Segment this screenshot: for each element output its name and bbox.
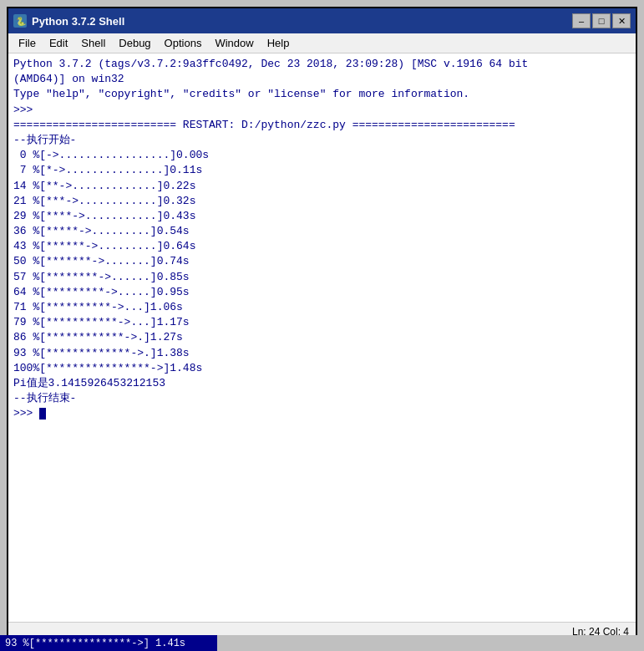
output-line: Pi值是3.1415926453212153 bbox=[13, 376, 631, 391]
output-lines: --执行开始- 0 %[->.................]0.00s 7 … bbox=[13, 133, 631, 422]
menu-options[interactable]: Options bbox=[158, 35, 209, 51]
main-window: 🐍 Python 3.7.2 Shell – □ ✕ File Edit She… bbox=[7, 7, 637, 642]
bottom-strip-content: 93 %[****************->] 1.41s bbox=[0, 635, 217, 651]
menu-file[interactable]: File bbox=[12, 35, 43, 51]
menu-window[interactable]: Window bbox=[208, 35, 260, 51]
output-line: 43 %[******->.........]0.64s bbox=[13, 239, 631, 254]
output-line: 29 %[****->...........]0.43s bbox=[13, 209, 631, 224]
title-bar: 🐍 Python 3.7.2 Shell – □ ✕ bbox=[8, 8, 636, 33]
menu-help[interactable]: Help bbox=[261, 35, 297, 51]
output-line: 57 %[********->......]0.85s bbox=[13, 270, 631, 285]
cursor bbox=[39, 408, 46, 420]
output-line: 50 %[*******->.......]0.74s bbox=[13, 254, 631, 269]
output-line: 36 %[*****->.........]0.54s bbox=[13, 224, 631, 239]
menu-bar: File Edit Shell Debug Options Window Hel… bbox=[8, 33, 636, 53]
restart-line: ========================= RESTART: D:/py… bbox=[13, 118, 631, 133]
bottom-strip: 93 %[****************->] 1.41s bbox=[0, 635, 644, 651]
output-line: >>> bbox=[13, 406, 631, 421]
output-line: 93 %[*************->.]1.38s bbox=[13, 346, 631, 361]
output-line: 14 %[**->.............]0.22s bbox=[13, 179, 631, 194]
window-title: Python 3.7.2 Shell bbox=[32, 15, 124, 28]
close-button[interactable]: ✕ bbox=[612, 13, 631, 28]
output-line: 21 %[***->............]0.32s bbox=[13, 194, 631, 209]
svg-text:🐍: 🐍 bbox=[16, 16, 27, 27]
output-line: --执行开始- bbox=[13, 133, 631, 148]
shell-output[interactable]: Python 3.7.2 (tags/v3.7.2:9a3ffc0492, De… bbox=[8, 53, 636, 622]
output-line: 0 %[->.................]0.00s bbox=[13, 148, 631, 163]
menu-debug[interactable]: Debug bbox=[112, 35, 157, 51]
window-controls: – □ ✕ bbox=[572, 13, 631, 28]
bottom-strip-text: 93 %[****************->] 1.41s bbox=[5, 638, 185, 649]
output-line: 79 %[***********->...]1.17s bbox=[13, 315, 631, 330]
maximize-button[interactable]: □ bbox=[592, 13, 611, 28]
output-line: 7 %[*->...............]0.11s bbox=[13, 163, 631, 178]
output-line: 100%[****************->]1.48s bbox=[13, 361, 631, 376]
output-line: 64 %[*********->.....]0.95s bbox=[13, 285, 631, 300]
output-line: 71 %[**********->...]1.06s bbox=[13, 300, 631, 315]
menu-shell[interactable]: Shell bbox=[74, 35, 112, 51]
output-line: --执行结束- bbox=[13, 391, 631, 406]
output-line: 86 %[************->.]1.27s bbox=[13, 330, 631, 345]
shell-header: Python 3.7.2 (tags/v3.7.2:9a3ffc0492, De… bbox=[13, 57, 631, 118]
minimize-button[interactable]: – bbox=[572, 13, 591, 28]
menu-edit[interactable]: Edit bbox=[43, 35, 74, 51]
app-icon: 🐍 bbox=[13, 14, 27, 28]
title-bar-left: 🐍 Python 3.7.2 Shell bbox=[13, 14, 124, 28]
